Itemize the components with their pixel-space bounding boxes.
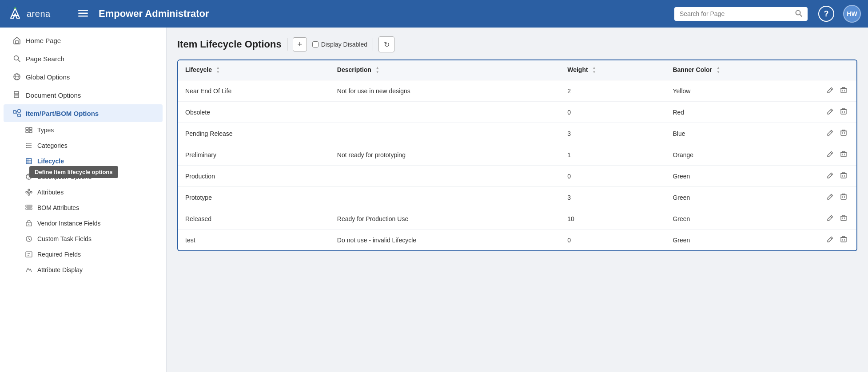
delete-button[interactable]	[838, 149, 849, 160]
table-row: Released Ready for Production Use 10 Gre…	[178, 208, 856, 230]
refresh-button[interactable]: ↻	[378, 36, 394, 52]
sidebar-required-fields-label: Required Fields	[37, 251, 81, 258]
edit-button[interactable]	[824, 149, 836, 160]
app-title: Empower Administrator	[99, 8, 667, 20]
col-lifecycle[interactable]: Lifecycle ▲▼	[178, 60, 330, 80]
sidebar-sub-attribute-display[interactable]: Attribute Display	[25, 262, 163, 277]
edit-button[interactable]	[824, 170, 836, 182]
svg-rect-6	[78, 16, 88, 17]
weight-sort-icon: ▲▼	[592, 66, 596, 75]
edit-icon	[827, 151, 833, 157]
svg-point-40	[26, 191, 28, 193]
table-row: Pending Release 3 Blue	[178, 123, 856, 144]
svg-point-41	[28, 189, 30, 191]
svg-line-105	[831, 217, 832, 218]
sidebar-sub-required-fields[interactable]: Required Fields	[25, 247, 163, 262]
svg-rect-82	[841, 152, 846, 157]
delete-button[interactable]	[838, 107, 849, 118]
col-actions	[817, 60, 856, 80]
cell-actions	[817, 102, 856, 123]
table-row: Prototype 3 Green	[178, 187, 856, 208]
sidebar-item-item-bom-options[interactable]: Item/Part/BOM Options	[4, 104, 163, 122]
sidebar-sub-description-options[interactable]: Description Options	[25, 169, 163, 184]
edit-button[interactable]	[824, 128, 836, 139]
edit-icon	[827, 236, 833, 242]
display-disabled-label[interactable]: Display Disabled	[312, 41, 367, 48]
lifecycle-table-container: Lifecycle ▲▼ Description ▲▼	[177, 59, 857, 251]
attributes-icon	[25, 188, 33, 196]
search-submit-button[interactable]	[795, 10, 802, 18]
sidebar-sub-vendor-instance-fields[interactable]: Vendor Instance Fields	[25, 216, 163, 231]
delete-button[interactable]	[838, 213, 849, 224]
edit-button[interactable]	[824, 234, 836, 245]
col-banner-color[interactable]: Banner Color ▲▼	[665, 60, 817, 80]
cell-lifecycle: Prototype	[178, 187, 330, 208]
edit-icon	[827, 215, 833, 221]
main-content: Item Lifecycle Options + Display Disable…	[167, 28, 868, 372]
sidebar-attributes-label: Attributes	[37, 189, 64, 196]
sidebar-sub-attributes[interactable]: Attributes	[25, 185, 163, 200]
delete-icon	[840, 194, 847, 200]
delete-button[interactable]	[838, 170, 849, 182]
cell-banner-color: Blue	[665, 123, 817, 144]
sidebar-sub-bom-attributes[interactable]: BOM Attributes	[25, 200, 163, 215]
attribute-display-icon	[25, 266, 33, 274]
svg-rect-21	[18, 114, 20, 117]
add-lifecycle-button[interactable]: +	[293, 37, 307, 51]
cell-weight: 3	[560, 123, 665, 144]
sidebar-page-search-label: Page Search	[26, 55, 64, 63]
table-row: Obsolete 0 Red	[178, 102, 856, 123]
edit-button[interactable]	[824, 107, 836, 118]
cell-lifecycle: Pending Release	[178, 123, 330, 144]
edit-button[interactable]	[824, 213, 836, 224]
cell-weight: 1	[560, 144, 665, 166]
user-avatar[interactable]: HW	[843, 5, 861, 23]
table-header: Lifecycle ▲▼ Description ▲▼	[178, 60, 856, 80]
display-disabled-checkbox[interactable]	[312, 41, 319, 47]
svg-rect-20	[18, 110, 20, 112]
sidebar-sub-lifecycle[interactable]: Lifecycle Define Item lifecycle options	[25, 154, 163, 169]
svg-rect-106	[841, 216, 846, 221]
cell-weight: 10	[560, 208, 665, 230]
delete-button[interactable]	[838, 85, 849, 96]
search-input[interactable]	[680, 10, 792, 17]
cell-banner-color: Yellow	[665, 80, 817, 102]
edit-button[interactable]	[824, 85, 836, 96]
col-weight[interactable]: Weight ▲▼	[560, 60, 665, 80]
sidebar-sub-categories[interactable]: Categories	[25, 138, 163, 153]
cell-actions	[817, 230, 856, 251]
col-lifecycle-label: Lifecycle	[185, 66, 212, 73]
delete-button[interactable]	[838, 128, 849, 139]
sidebar-item-page-search[interactable]: Page Search	[4, 50, 163, 67]
hamburger-button[interactable]	[76, 8, 90, 20]
svg-line-11	[18, 60, 20, 62]
delete-icon	[840, 108, 847, 115]
table-row: Production 0 Green	[178, 166, 856, 187]
delete-icon	[840, 236, 847, 242]
cell-actions	[817, 123, 856, 144]
table-row: Preliminary Not ready for prototyping 1 …	[178, 144, 856, 166]
delete-button[interactable]	[838, 234, 849, 245]
banner-color-sort-icon: ▲▼	[717, 66, 720, 75]
cell-weight: 3	[560, 187, 665, 208]
sidebar-item-home[interactable]: Home Page	[4, 32, 163, 49]
sidebar-sub-custom-task-fields[interactable]: Custom Task Fields	[25, 231, 163, 246]
sidebar-item-document-options[interactable]: Document Options	[4, 86, 163, 104]
lifecycle-table: Lifecycle ▲▼ Description ▲▼	[178, 60, 856, 250]
delete-button[interactable]	[838, 192, 849, 203]
svg-point-39	[28, 178, 29, 179]
help-button[interactable]: ?	[818, 6, 834, 22]
sidebar-sub-types[interactable]: Types	[25, 123, 163, 138]
col-description[interactable]: Description ▲▼	[330, 60, 560, 80]
col-banner-color-label: Banner Color	[673, 66, 712, 73]
col-description-label: Description	[337, 66, 371, 73]
sidebar-item-global-options[interactable]: Global Options	[4, 68, 163, 86]
svg-line-57	[831, 89, 832, 90]
search-icon	[795, 10, 802, 17]
edit-button[interactable]	[824, 192, 836, 203]
cell-weight: 2	[560, 80, 665, 102]
sidebar-global-options-label: Global Options	[26, 73, 70, 81]
refresh-icon: ↻	[384, 40, 390, 49]
sidebar-bom-attributes-label: BOM Attributes	[37, 204, 79, 211]
document-options-icon	[12, 91, 21, 99]
